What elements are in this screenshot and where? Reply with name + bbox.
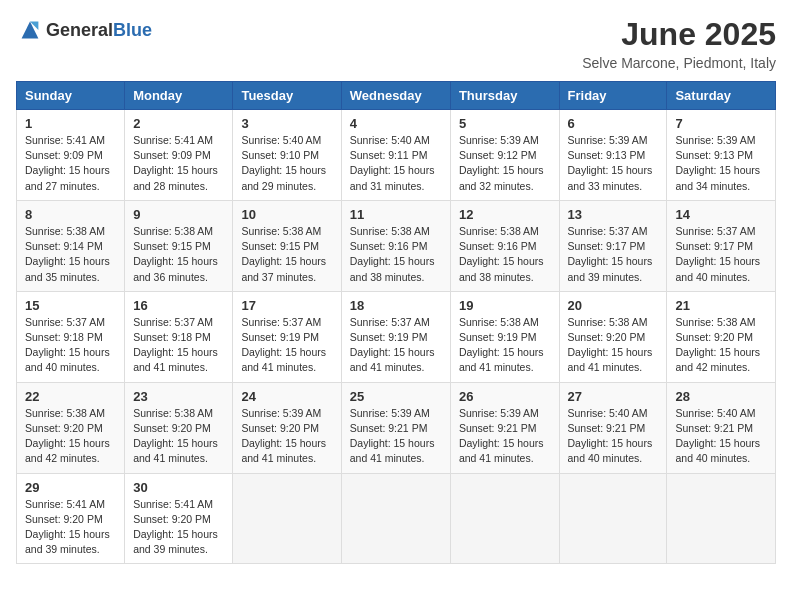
day-number: 15 [25,298,116,313]
calendar-cell: 1Sunrise: 5:41 AM Sunset: 9:09 PM Daylig… [17,110,125,201]
calendar-cell: 18Sunrise: 5:37 AM Sunset: 9:19 PM Dayli… [341,291,450,382]
logo: GeneralBlue [16,16,152,44]
column-header-saturday: Saturday [667,82,776,110]
calendar-cell: 2Sunrise: 5:41 AM Sunset: 9:09 PM Daylig… [125,110,233,201]
calendar-cell [450,473,559,564]
column-header-sunday: Sunday [17,82,125,110]
calendar-cell: 3Sunrise: 5:40 AM Sunset: 9:10 PM Daylig… [233,110,341,201]
day-number: 21 [675,298,767,313]
day-number: 22 [25,389,116,404]
day-info: Sunrise: 5:37 AM Sunset: 9:17 PM Dayligh… [675,224,767,285]
day-number: 28 [675,389,767,404]
day-info: Sunrise: 5:40 AM Sunset: 9:11 PM Dayligh… [350,133,442,194]
day-number: 18 [350,298,442,313]
day-number: 7 [675,116,767,131]
day-number: 9 [133,207,224,222]
day-number: 14 [675,207,767,222]
day-number: 20 [568,298,659,313]
day-number: 25 [350,389,442,404]
day-number: 12 [459,207,551,222]
calendar-cell: 26Sunrise: 5:39 AM Sunset: 9:21 PM Dayli… [450,382,559,473]
calendar-cell: 8Sunrise: 5:38 AM Sunset: 9:14 PM Daylig… [17,200,125,291]
month-title: June 2025 [582,16,776,53]
day-info: Sunrise: 5:39 AM Sunset: 9:20 PM Dayligh… [241,406,332,467]
calendar-cell: 29Sunrise: 5:41 AM Sunset: 9:20 PM Dayli… [17,473,125,564]
day-info: Sunrise: 5:41 AM Sunset: 9:20 PM Dayligh… [25,497,116,558]
day-info: Sunrise: 5:38 AM Sunset: 9:20 PM Dayligh… [675,315,767,376]
day-info: Sunrise: 5:38 AM Sunset: 9:14 PM Dayligh… [25,224,116,285]
day-number: 23 [133,389,224,404]
column-header-wednesday: Wednesday [341,82,450,110]
day-info: Sunrise: 5:37 AM Sunset: 9:18 PM Dayligh… [25,315,116,376]
calendar-cell: 21Sunrise: 5:38 AM Sunset: 9:20 PM Dayli… [667,291,776,382]
calendar-cell: 9Sunrise: 5:38 AM Sunset: 9:15 PM Daylig… [125,200,233,291]
day-info: Sunrise: 5:39 AM Sunset: 9:21 PM Dayligh… [350,406,442,467]
calendar-cell [233,473,341,564]
day-number: 6 [568,116,659,131]
day-number: 17 [241,298,332,313]
day-info: Sunrise: 5:39 AM Sunset: 9:13 PM Dayligh… [568,133,659,194]
calendar-cell: 19Sunrise: 5:38 AM Sunset: 9:19 PM Dayli… [450,291,559,382]
calendar-cell: 23Sunrise: 5:38 AM Sunset: 9:20 PM Dayli… [125,382,233,473]
day-number: 8 [25,207,116,222]
day-number: 30 [133,480,224,495]
day-info: Sunrise: 5:41 AM Sunset: 9:20 PM Dayligh… [133,497,224,558]
day-info: Sunrise: 5:40 AM Sunset: 9:10 PM Dayligh… [241,133,332,194]
day-info: Sunrise: 5:38 AM Sunset: 9:15 PM Dayligh… [133,224,224,285]
location-title: Selve Marcone, Piedmont, Italy [582,55,776,71]
calendar-header-row: SundayMondayTuesdayWednesdayThursdayFrid… [17,82,776,110]
day-info: Sunrise: 5:39 AM Sunset: 9:13 PM Dayligh… [675,133,767,194]
calendar-cell: 27Sunrise: 5:40 AM Sunset: 9:21 PM Dayli… [559,382,667,473]
day-number: 3 [241,116,332,131]
calendar-cell: 22Sunrise: 5:38 AM Sunset: 9:20 PM Dayli… [17,382,125,473]
calendar-cell: 15Sunrise: 5:37 AM Sunset: 9:18 PM Dayli… [17,291,125,382]
calendar-week-row: 1Sunrise: 5:41 AM Sunset: 9:09 PM Daylig… [17,110,776,201]
calendar-week-row: 8Sunrise: 5:38 AM Sunset: 9:14 PM Daylig… [17,200,776,291]
calendar-cell: 14Sunrise: 5:37 AM Sunset: 9:17 PM Dayli… [667,200,776,291]
day-info: Sunrise: 5:38 AM Sunset: 9:20 PM Dayligh… [25,406,116,467]
day-info: Sunrise: 5:38 AM Sunset: 9:20 PM Dayligh… [568,315,659,376]
column-header-friday: Friday [559,82,667,110]
calendar-cell: 4Sunrise: 5:40 AM Sunset: 9:11 PM Daylig… [341,110,450,201]
day-number: 19 [459,298,551,313]
day-info: Sunrise: 5:41 AM Sunset: 9:09 PM Dayligh… [25,133,116,194]
day-number: 13 [568,207,659,222]
column-header-tuesday: Tuesday [233,82,341,110]
calendar-week-row: 22Sunrise: 5:38 AM Sunset: 9:20 PM Dayli… [17,382,776,473]
calendar-cell: 30Sunrise: 5:41 AM Sunset: 9:20 PM Dayli… [125,473,233,564]
calendar-cell: 25Sunrise: 5:39 AM Sunset: 9:21 PM Dayli… [341,382,450,473]
day-number: 11 [350,207,442,222]
day-info: Sunrise: 5:40 AM Sunset: 9:21 PM Dayligh… [675,406,767,467]
calendar-week-row: 15Sunrise: 5:37 AM Sunset: 9:18 PM Dayli… [17,291,776,382]
day-info: Sunrise: 5:39 AM Sunset: 9:12 PM Dayligh… [459,133,551,194]
calendar-cell: 24Sunrise: 5:39 AM Sunset: 9:20 PM Dayli… [233,382,341,473]
day-number: 24 [241,389,332,404]
calendar-week-row: 29Sunrise: 5:41 AM Sunset: 9:20 PM Dayli… [17,473,776,564]
day-number: 27 [568,389,659,404]
day-info: Sunrise: 5:41 AM Sunset: 9:09 PM Dayligh… [133,133,224,194]
calendar-table: SundayMondayTuesdayWednesdayThursdayFrid… [16,81,776,564]
page-header: GeneralBlue June 2025 Selve Marcone, Pie… [16,16,776,71]
calendar-cell [667,473,776,564]
calendar-cell: 16Sunrise: 5:37 AM Sunset: 9:18 PM Dayli… [125,291,233,382]
day-info: Sunrise: 5:38 AM Sunset: 9:16 PM Dayligh… [350,224,442,285]
day-info: Sunrise: 5:38 AM Sunset: 9:16 PM Dayligh… [459,224,551,285]
day-number: 4 [350,116,442,131]
day-info: Sunrise: 5:39 AM Sunset: 9:21 PM Dayligh… [459,406,551,467]
calendar-cell: 12Sunrise: 5:38 AM Sunset: 9:16 PM Dayli… [450,200,559,291]
day-number: 29 [25,480,116,495]
column-header-thursday: Thursday [450,82,559,110]
calendar-cell: 11Sunrise: 5:38 AM Sunset: 9:16 PM Dayli… [341,200,450,291]
day-number: 2 [133,116,224,131]
calendar-cell: 28Sunrise: 5:40 AM Sunset: 9:21 PM Dayli… [667,382,776,473]
logo-general-text: General [46,20,113,40]
day-number: 26 [459,389,551,404]
calendar-cell: 10Sunrise: 5:38 AM Sunset: 9:15 PM Dayli… [233,200,341,291]
logo-icon [16,16,44,44]
day-info: Sunrise: 5:40 AM Sunset: 9:21 PM Dayligh… [568,406,659,467]
day-number: 16 [133,298,224,313]
day-info: Sunrise: 5:38 AM Sunset: 9:19 PM Dayligh… [459,315,551,376]
column-header-monday: Monday [125,82,233,110]
calendar-cell: 17Sunrise: 5:37 AM Sunset: 9:19 PM Dayli… [233,291,341,382]
calendar-cell: 6Sunrise: 5:39 AM Sunset: 9:13 PM Daylig… [559,110,667,201]
